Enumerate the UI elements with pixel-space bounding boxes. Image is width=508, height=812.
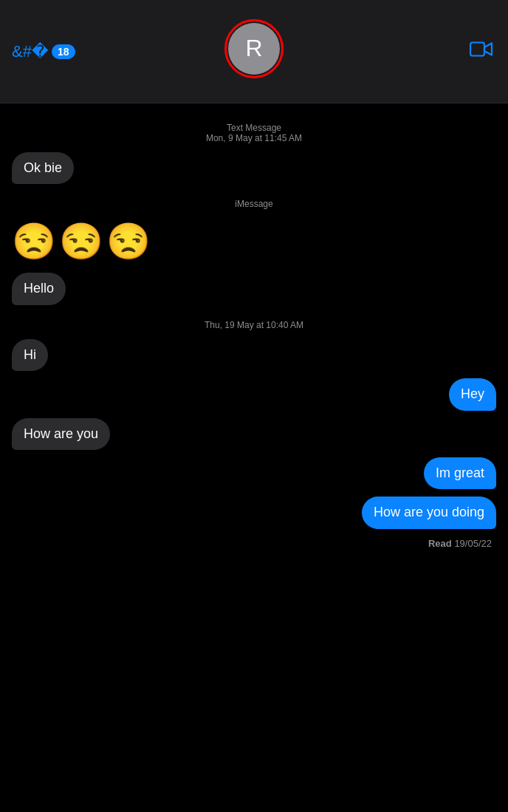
emoji-row: 😒 😒 😒 (12, 218, 496, 265)
emoji-group: 😒 😒 😒 (12, 221, 151, 262)
message-row: Ok bie (12, 152, 496, 184)
back-chevron-icon: &#� (12, 42, 49, 61)
message-row: How are you doing (12, 497, 496, 528)
video-call-button[interactable] (470, 40, 493, 63)
timestamp-text-message: Text Message Mon, 9 May at 11:45 AM (12, 123, 496, 143)
emoji-1: 😒 (12, 221, 56, 262)
outgoing-bubble: Hey (449, 378, 496, 410)
read-receipt: Read 19/05/22 (12, 538, 496, 549)
avatar: R (228, 23, 280, 75)
message-row: Hello (12, 273, 496, 304)
back-button[interactable]: &#� 18 (12, 42, 75, 61)
read-label: Read (428, 538, 452, 549)
read-date: 19/05/22 (454, 538, 492, 549)
timestamp-imessage: iMessage (12, 199, 496, 209)
contact-name (232, 81, 276, 84)
incoming-bubble: Hi (12, 339, 48, 371)
outgoing-bubble: Im great (424, 457, 496, 489)
incoming-bubble: How are you (12, 418, 110, 450)
emoji-3: 😒 (106, 221, 151, 262)
message-row: Hey (12, 378, 496, 410)
message-row: Im great (12, 457, 496, 489)
message-row: Hi (12, 339, 496, 371)
message-header: &#� 18 R (0, 0, 508, 103)
back-badge-count: 18 (52, 44, 75, 59)
message-row: How are you (12, 418, 496, 450)
timestamp-thu: Thu, 19 May at 10:40 AM (12, 320, 496, 330)
incoming-bubble: Ok bie (12, 152, 74, 184)
svg-rect-0 (470, 42, 484, 55)
messages-area: Text Message Mon, 9 May at 11:45 AM Ok b… (0, 103, 508, 812)
outgoing-bubble: How are you doing (362, 497, 496, 528)
contact-center[interactable]: R (224, 19, 284, 84)
video-icon (470, 40, 493, 62)
emoji-2: 😒 (59, 221, 103, 262)
avatar-wrapper: R (224, 19, 284, 78)
incoming-bubble: Hello (12, 273, 66, 304)
